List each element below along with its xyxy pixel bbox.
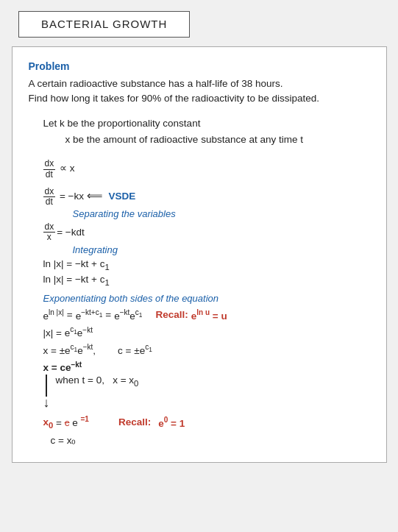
problem-label: Problem xyxy=(29,60,370,72)
x-ce-row: x = ce−kt xyxy=(43,360,370,373)
integrating-label: Integrating xyxy=(73,244,370,255)
ln2-text: ln |x| = −kt + c1 xyxy=(43,274,110,285)
let-line1: Let k be the proportionality constant xyxy=(43,116,370,132)
vsde-row: dx dt = −kx ⟸ VSDE xyxy=(43,187,370,207)
x-pm-text: x = ±ec1e−kt, xyxy=(43,343,96,356)
recall-formula: eln u = u xyxy=(191,308,227,322)
dx-dt-fraction: dx dt xyxy=(43,159,56,179)
exp-kt-c1: e−kt+c1 xyxy=(76,308,103,322)
when-block: when t = 0, x = x0 xyxy=(56,375,139,411)
ln2-row: ln |x| = −kt + c1 xyxy=(43,274,370,287)
dx-dt-fraction2: dx dt xyxy=(43,187,56,207)
exp-kt-ec1: e−ktec1 xyxy=(114,308,142,322)
exp-label: Exponentiating both sides of the equatio… xyxy=(43,293,370,304)
arrow-down-icon: ↓ xyxy=(43,395,50,411)
sep-vars-label: Separating the variables xyxy=(73,208,370,219)
proportional-sign: ∝ x xyxy=(60,163,75,174)
proportional-row: dx dt ∝ x xyxy=(43,159,370,179)
c-x0-row: c = x₀ xyxy=(51,434,370,446)
abs-x-row: |x| = ec1e−kt xyxy=(43,325,370,338)
abs-x-text: |x| = ec1e−kt xyxy=(43,327,93,338)
bracket-block: ↓ when t = 0, x = x0 xyxy=(43,375,370,411)
recall-e0-label: Recall: xyxy=(118,416,151,428)
x-ce-text: x = ce−kt xyxy=(43,362,82,373)
page-title: BACTERIAL GROWTH xyxy=(41,18,167,30)
x0-text: x0 = c e =1 xyxy=(43,415,89,430)
exp-lnx: eln |x| xyxy=(43,308,64,322)
problem-text-line2: Find how long it takes for 90% of the ra… xyxy=(29,93,319,104)
when-line: when t = 0, x = x0 xyxy=(56,375,139,388)
dx-x-fraction: dx x xyxy=(43,222,56,242)
c-pm-text: c = ±ec1 xyxy=(118,343,152,356)
v-line-top xyxy=(46,375,47,397)
problem-text-line1: A certain radioactive substance has a ha… xyxy=(29,78,283,89)
recall-label: Recall: xyxy=(155,309,188,320)
xo-line: x0 = c e =1 Recall: e0 = 1 xyxy=(43,415,370,430)
title-box: BACTERIAL GROWTH xyxy=(18,11,190,38)
x-pm-row: x = ±ec1e−kt, c = ±ec1 xyxy=(43,343,370,356)
double-arrow: ⟸ xyxy=(87,189,103,202)
ln1-text: ln |x| = −kt + c1 xyxy=(43,258,110,269)
exp-row: eln |x| = e−kt+c1 = e−ktec1 Recall: eln … xyxy=(43,308,370,322)
problem-text: A certain radioactive substance has a ha… xyxy=(29,77,370,107)
eq-kdt: = −kdt xyxy=(57,227,85,238)
vsde-label: VSDE xyxy=(109,191,136,202)
recall-e0-formula: e0 = 1 xyxy=(158,416,185,429)
c-x0-text: c = x₀ xyxy=(51,435,77,446)
let-block: Let k be the proportionality constant x … xyxy=(43,116,370,149)
minus-kx: = −kx xyxy=(60,191,87,202)
let-line2: x be the amount of radioactive substance… xyxy=(43,132,370,149)
ln1-row: ln |x| = −kt + c1 xyxy=(43,258,370,272)
content-box: Problem A certain radioactive substance … xyxy=(12,46,387,463)
dx-x-row: dx x = −kdt xyxy=(43,222,370,242)
vertical-bracket: ↓ xyxy=(43,375,50,411)
